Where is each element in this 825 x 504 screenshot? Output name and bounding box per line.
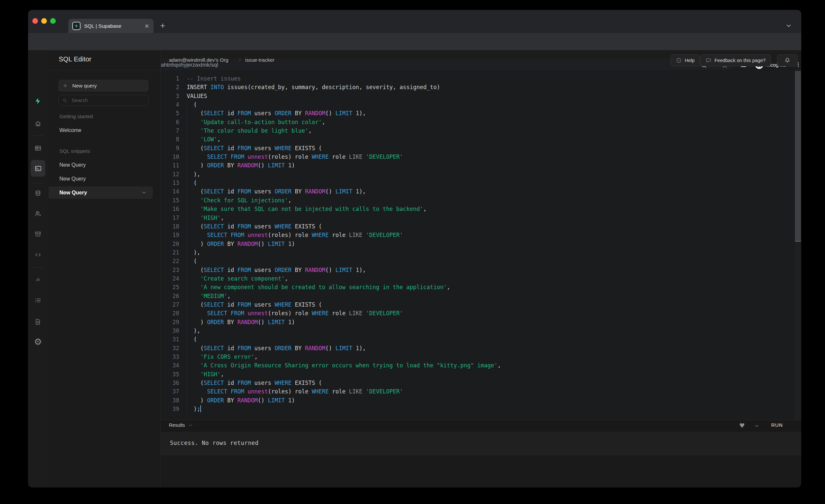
favorite-heart-icon[interactable]: ♥ bbox=[739, 422, 745, 429]
line-number: 22 bbox=[161, 257, 179, 265]
browser-tab-strip: SQL | Supabase bbox=[28, 10, 801, 33]
line-number: 9 bbox=[161, 144, 179, 152]
line-number: 16 bbox=[161, 205, 179, 213]
chevron-down-icon bbox=[188, 423, 193, 428]
line-number: 12 bbox=[161, 170, 179, 178]
search-input[interactable]: Search bbox=[58, 95, 149, 106]
breadcrumb-org[interactable]: adam@windmill.dev's Org bbox=[169, 57, 228, 63]
search-icon bbox=[62, 98, 68, 103]
line-number: 37 bbox=[161, 387, 179, 396]
rail-divider bbox=[33, 267, 43, 268]
line-number: 8 bbox=[161, 135, 179, 144]
sidebar-item-welcome[interactable]: Welcome bbox=[59, 127, 81, 133]
browser-toolbar: app.supabase.com/project/azahtnhqohyjerz… bbox=[28, 33, 801, 50]
feedback-button-label: Feedback on this page? bbox=[715, 58, 766, 63]
rail-table-editor-icon[interactable] bbox=[34, 145, 42, 152]
help-circle-icon: ? bbox=[676, 57, 682, 63]
window-zoom-button[interactable] bbox=[50, 18, 56, 24]
window-close-button[interactable] bbox=[32, 18, 38, 24]
line-number: 14 bbox=[161, 187, 179, 196]
code-line: 31 ( bbox=[161, 335, 795, 344]
rail-edge-functions-icon[interactable] bbox=[34, 251, 42, 259]
new-query-button[interactable]: New query bbox=[58, 80, 149, 91]
results-label: Results bbox=[169, 423, 185, 428]
rail-reports-icon[interactable] bbox=[34, 275, 42, 283]
supabase-logo[interactable] bbox=[34, 97, 42, 104]
tab-search-chevron-icon[interactable] bbox=[785, 22, 792, 30]
line-number: 38 bbox=[161, 396, 179, 405]
line-number: 4 bbox=[161, 100, 179, 109]
sidebar-item-snippet-active[interactable]: New Query bbox=[49, 187, 153, 199]
new-tab-button[interactable] bbox=[158, 21, 168, 31]
section-sql-snippets: SQL snippets bbox=[59, 148, 90, 154]
page-title: SQL Editor bbox=[59, 56, 91, 63]
line-number: 36 bbox=[161, 378, 179, 387]
window-minimize-button[interactable] bbox=[41, 18, 47, 24]
results-dropdown[interactable]: Results bbox=[169, 423, 193, 428]
run-button[interactable]: RUN bbox=[771, 422, 783, 428]
code-line: 9 (SELECT id FROM users WHERE EXISTS ( bbox=[161, 144, 795, 152]
supabase-bolt-icon bbox=[74, 24, 79, 28]
code-line: 37 SELECT FROM unnest(roles) role WHERE … bbox=[161, 387, 795, 396]
code-line: 1-- Insert issues bbox=[161, 74, 795, 83]
rail-database-icon[interactable] bbox=[34, 190, 42, 197]
code-line: 38 ) ORDER BY RANDOM() LIMIT 1) bbox=[161, 396, 795, 405]
breadcrumb-project[interactable]: issue-tracker bbox=[245, 57, 275, 63]
new-query-button-label: New query bbox=[72, 83, 97, 89]
code-line: 24 'Create search component', bbox=[161, 274, 795, 283]
code-line: 39 ); bbox=[161, 405, 795, 413]
rail-sql-editor-active[interactable] bbox=[31, 160, 45, 176]
code-line: 22 ( bbox=[161, 257, 795, 265]
results-bar bbox=[161, 420, 801, 432]
code-lines: 1-- Insert issues2INSERT INTO issues(cre… bbox=[161, 74, 795, 413]
code-line: 3VALUES bbox=[161, 92, 795, 100]
code-line: 2INSERT INTO issues(created_by, summary,… bbox=[161, 83, 795, 91]
supabase-favicon bbox=[72, 22, 80, 30]
scrollbar-thumb[interactable] bbox=[795, 71, 801, 241]
sql-code-editor[interactable]: 1-- Insert issues2INSERT INTO issues(cre… bbox=[161, 70, 795, 420]
rail-home-icon[interactable] bbox=[34, 120, 42, 127]
rail-settings-gear-icon[interactable]: ⚙ bbox=[34, 338, 42, 345]
help-button[interactable]: ? Help bbox=[671, 55, 700, 66]
chat-bubble-icon bbox=[705, 57, 711, 63]
line-number: 32 bbox=[161, 344, 179, 353]
code-line: 21 ), bbox=[161, 248, 795, 257]
line-number: 6 bbox=[161, 118, 179, 126]
browser-window: SQL | Supabase app.supabase.com/project/… bbox=[28, 10, 801, 488]
rail-api-docs-icon[interactable] bbox=[34, 318, 42, 326]
notifications-button[interactable] bbox=[777, 55, 798, 66]
svg-text:?: ? bbox=[678, 59, 679, 62]
feedback-button[interactable]: Feedback on this page? bbox=[700, 55, 771, 66]
rail-logs-icon[interactable] bbox=[34, 297, 42, 304]
code-line: 34 'A Cross Origin Resource Sharing erro… bbox=[161, 361, 795, 370]
sidebar-item-snippet-2[interactable]: New Query bbox=[59, 176, 86, 182]
code-line: 4 ( bbox=[161, 100, 795, 109]
code-line: 36 (SELECT id FROM users WHERE EXISTS ( bbox=[161, 378, 795, 387]
editor-scrollbar[interactable] bbox=[795, 70, 801, 420]
code-line: 20 ) ORDER BY RANDOM() LIMIT 1) bbox=[161, 240, 795, 248]
results-footer bbox=[161, 455, 801, 488]
code-line: 30 ), bbox=[161, 327, 795, 335]
line-number: 39 bbox=[161, 405, 179, 413]
line-number: 29 bbox=[161, 318, 179, 327]
tab-close-icon[interactable] bbox=[144, 23, 149, 29]
line-number: 21 bbox=[161, 248, 179, 257]
line-number: 3 bbox=[161, 92, 179, 100]
code-line: 26 'MEDIUM', bbox=[161, 292, 795, 300]
line-number: 18 bbox=[161, 222, 179, 231]
line-number: 5 bbox=[161, 109, 179, 118]
line-number: 30 bbox=[161, 327, 179, 335]
code-line: 32 (SELECT id FROM users ORDER BY RANDOM… bbox=[161, 344, 795, 353]
line-number: 10 bbox=[161, 152, 179, 161]
sidebar-item-snippet-1[interactable]: New Query bbox=[59, 162, 86, 168]
code-line: 19 SELECT FROM unnest(roles) role WHERE … bbox=[161, 231, 795, 239]
line-number: 13 bbox=[161, 178, 179, 187]
code-line: 12 ), bbox=[161, 170, 795, 178]
run-options-chevron-icon[interactable] bbox=[754, 423, 760, 430]
active-snippet-label: New Query bbox=[59, 190, 141, 196]
rail-auth-users-icon[interactable] bbox=[34, 210, 42, 217]
chevron-down-icon[interactable] bbox=[141, 190, 147, 195]
results-message: Success. No rows returned bbox=[170, 440, 258, 446]
rail-storage-icon[interactable] bbox=[34, 230, 42, 238]
browser-tab[interactable]: SQL | Supabase bbox=[68, 19, 153, 33]
